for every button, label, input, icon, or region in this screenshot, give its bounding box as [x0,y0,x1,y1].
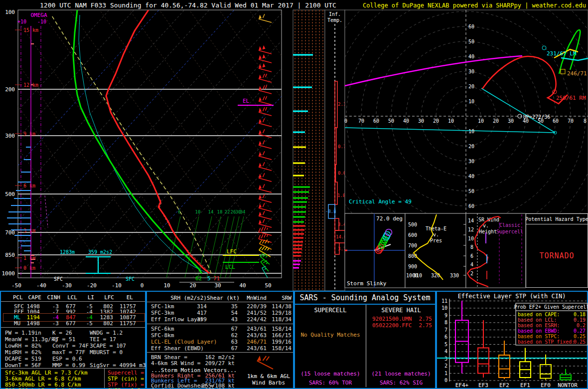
ring-label: 60 [553,118,559,124]
page-title: 1200 UTC NAM F033 Sounding for 40.56,-74… [40,1,336,9]
axis-label: 330 [450,273,459,278]
stp-category-labels: EF4+ EF3 EF2 EF1 EF0 NONTOR [455,382,578,389]
ring-label: 0 [344,118,347,124]
axis-label: 12 [468,227,474,232]
temp-label: 0 [141,282,144,289]
corfidi-upshear-label: UP=272/36 [523,114,550,120]
svg-text:EF2: EF2 [499,382,509,389]
pressure-label: 850 [5,252,15,258]
ring-label: 10 [468,129,474,134]
storm-slinky-panel: 72.0 deg Storm Slinky [345,213,405,288]
height-label: 6 km [23,183,35,189]
ring-label: 30 [418,118,424,124]
advection-value: -8.8 [325,209,336,214]
ring-label: 8 [584,118,587,124]
ring-label: 30 [468,69,474,74]
mr-label: 34 [240,209,246,214]
stp-chart: Effective Layer STP (with CIN) 11 10 9 8… [437,292,587,388]
ring-label: 40 [403,118,409,124]
sfc-label: SFC [126,276,135,282]
omega-title: OMEGA [30,12,47,18]
stp-legend: Prob EF2+ Given Supercell based on CAPE:… [514,303,588,345]
temp-label: 50 [265,282,271,289]
panel-title: v. [433,232,439,237]
col-header: PCL [13,294,23,301]
theta-e-panel: 500 600 700 800 900 1000 310 320 330 The… [405,213,466,288]
svg-text:7: 7 [444,327,447,333]
kinematics-panel: SRH (m2/s2) Shear (kt) MnWind SRW SFC-1k… [146,291,294,389]
kin-row: Eff Inflow Layer 359 43 224/42 118/34 [147,316,293,322]
pressure-label: 100 [5,9,15,15]
pressure-label: 300 [5,133,15,139]
mr-label: 10 [195,209,201,214]
slinky-title: Storm Slinky [347,280,387,287]
svg-text:9: 9 [444,313,447,318]
temp-label: 30 [214,282,221,289]
panel-title: Theta-E [426,226,446,231]
axis-label: 2 [470,271,473,276]
lcl-label: LCL [225,264,235,270]
annotation: Supercell [496,229,523,234]
sars-hail-loose: (21 loose matches) [366,371,436,377]
svg-text:0: 0 [444,378,447,383]
svg-text:EF1: EF1 [520,382,530,389]
panel-title: Height [479,229,497,234]
inflow-srh-label: 359 m2s2 [88,249,112,255]
ring-label: 30 [508,118,514,124]
ring-label: 50 [388,118,394,124]
sars-supercell-loose: (15 loose matches) [295,371,366,377]
sars-supercell-header: SUPERCELL [295,307,366,314]
parcel-row-mu: MU 1498 -3 677 -5 802 11757 [1,320,145,326]
hodograph-panel: 0 70 60 50 40 30 20 10 10 20 30 40 50 60… [345,10,588,213]
parcel-header-row: PCL CAPE CINH LCL LI LFC EL [1,294,145,300]
ring-label: 40 [468,174,474,179]
axis-label: 320 [431,273,440,278]
box-ef2 [499,341,510,379]
ring-label: 60 [468,24,474,29]
temp-label: -50 [11,282,21,289]
ring-label: 50 [468,39,474,44]
kin-row: Eff Shear (EBWD) 67 243/61 158/14 [147,345,293,351]
omega-minus-label: -10 [37,19,46,24]
temp-label: 40 [239,282,246,289]
svg-text:0.19: 0.19 [574,317,586,323]
surface-wetbulb-value: 5 [207,275,211,282]
temp-label: 20 [189,282,196,289]
svg-text:1: 1 [444,371,447,376]
sars-title: SARS - Sounding Analog System [300,293,431,302]
svg-text:based on CAPE:: based on CAPE: [518,312,560,317]
temp-label: 10 [163,282,170,289]
svg-text:NONTOR: NONTOR [558,382,578,389]
kin-row: SFC-3km 417 54 241/52 129/18 [147,310,293,316]
wind-barb-icon [249,354,279,372]
svg-text:2: 2 [444,363,447,369]
ring-label: 30 [468,159,474,164]
barb-caption-1: 1km & 6km AGL [246,373,292,380]
svg-text:based on ESRH:: based on ESRH: [518,323,560,328]
sars-hail-prob: SARS: 62% SIG [366,380,436,386]
svg-text:based on STP_fixed:: based on STP_fixed: [518,339,575,345]
ring-label: 10 [468,99,474,104]
sars-panel: SARS - Sounding Analog System SUPERCELL … [294,291,436,389]
right-mover-label: 256/61 RM [556,95,586,101]
inferred-temp-advection: Inf. Temp. 2.1 0.7 0.0 1.8 -8.8 3.4 14.0… [325,10,345,291]
svg-text:5: 5 [444,342,447,347]
hazard-title: Potential Hazard Type [526,213,588,224]
box-ef1 [520,348,531,379]
ring-label: 20 [433,118,439,124]
sars-no-matches: No Quality Matches [295,332,366,338]
box-nontor [560,369,571,380]
pressure-label: 1000 [2,270,15,277]
svg-text:8: 8 [444,320,447,325]
height-label: 9 km [23,131,35,137]
inflow-depth-label: 1283m [60,249,75,255]
temperature-axis: -50 -40 -30 -20 -10 0 10 20 30 40 50 [11,282,272,289]
ring-label: 50 [468,189,474,194]
axis-label: 4 [470,262,473,267]
el-label: EL [243,98,250,104]
mean-wind-label: 246/71 [567,70,587,77]
svg-text:0.2: 0.2 [577,323,586,328]
ring-label: 70 [568,118,574,124]
stp-y-labels: 11 10 9 8 7 6 5 4 3 2 1 0 [441,298,447,383]
svg-text:EF4+: EF4+ [455,382,469,389]
